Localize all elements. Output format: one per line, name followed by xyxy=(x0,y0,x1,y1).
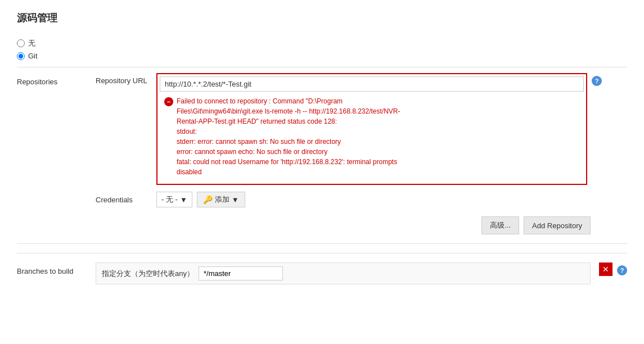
radio-none[interactable] xyxy=(17,39,25,47)
repo-url-row: Repository URL − Failed to connect to re… xyxy=(96,73,602,185)
repo-url-label: Repository URL xyxy=(96,73,152,85)
branches-section: Branches to build 指定分支（为空时代表any） ✕ ? xyxy=(17,253,627,284)
add-repository-button[interactable]: Add Repository xyxy=(524,216,591,234)
branches-input[interactable] xyxy=(199,266,283,280)
radio-git[interactable] xyxy=(17,52,25,60)
credentials-select[interactable]: - 无 - ▼ xyxy=(156,192,192,207)
key-icon: 🔑 xyxy=(203,195,213,204)
advanced-button[interactable]: 高级... xyxy=(481,216,519,234)
divider-2 xyxy=(17,243,627,244)
credentials-chevron-icon: ▼ xyxy=(180,196,187,204)
close-icon: ✕ xyxy=(602,265,609,274)
branches-inner: 指定分支（为空时代表any） ✕ xyxy=(96,262,613,284)
divider-1 xyxy=(17,67,627,67)
page-title: 源码管理 xyxy=(17,11,627,29)
credentials-row: Credentials - 无 - ▼ 🔑 添加 ▼ xyxy=(96,192,602,207)
credentials-label: Credentials xyxy=(96,196,152,204)
scm-radio-group: 无 Git xyxy=(17,38,627,60)
branches-label: Branches to build xyxy=(17,262,96,284)
error-box: − Failed to connect to repository : Comm… xyxy=(160,92,584,182)
repo-inner: Repository URL − Failed to connect to re… xyxy=(96,73,602,234)
branches-row: 指定分支（为空时代表any） ✕ xyxy=(96,262,591,284)
branches-close-button[interactable]: ✕ xyxy=(599,262,613,276)
error-minus-icon: − xyxy=(164,97,173,106)
credentials-add-button[interactable]: 🔑 添加 ▼ xyxy=(197,192,245,207)
radio-none-label: 无 xyxy=(28,38,35,48)
repo-url-help-icon[interactable]: ? xyxy=(592,76,602,86)
repo-url-input[interactable] xyxy=(160,76,584,92)
radio-row-git: Git xyxy=(17,52,627,60)
repo-url-field-wrap: − Failed to connect to repository : Comm… xyxy=(156,73,587,185)
branches-field-label: 指定分支（为空时代表any） xyxy=(102,269,194,279)
repositories-label: Repositories xyxy=(17,73,96,234)
radio-git-label: Git xyxy=(28,52,38,60)
error-text: Failed to connect to repository : Comman… xyxy=(177,96,579,177)
branches-help-icon[interactable]: ? xyxy=(617,265,627,275)
repositories-section: Repositories Repository URL − Failed to … xyxy=(17,73,627,234)
add-chevron-icon: ▼ xyxy=(232,196,239,204)
action-buttons: 高级... Add Repository xyxy=(96,216,591,234)
page-container: 源码管理 无 Git Repositories Repository URL − xyxy=(0,0,644,344)
radio-row-none: 无 xyxy=(17,38,627,48)
